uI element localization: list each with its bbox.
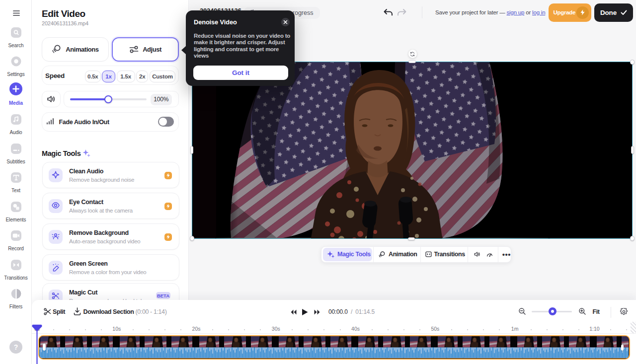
svg-text:?: ? [14, 343, 18, 351]
